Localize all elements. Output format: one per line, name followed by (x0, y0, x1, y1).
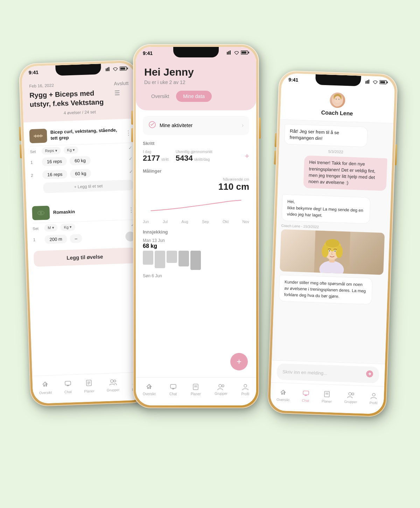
volume-up-button[interactable] (19, 127, 21, 141)
chart-label-sep: Sep (202, 220, 209, 224)
kg-dropdown[interactable]: Kg ▾ (63, 146, 78, 154)
activity-icon (148, 121, 156, 130)
tab-label-chat-1: Chat (64, 390, 72, 394)
volume-up-button-2[interactable] (131, 111, 133, 125)
groups-icon-1 (109, 379, 117, 387)
tab-overview-3[interactable]: Oversikt (276, 389, 290, 402)
svg-point-75 (372, 393, 375, 396)
measurements-value: 110 cm (218, 181, 249, 192)
tab-plans-2[interactable]: Planer (191, 383, 201, 396)
exercise-thumb-1 (29, 128, 47, 143)
workout-screen: Feb 16, 2022 Rygg + Biceps med utstyr, f… (21, 62, 146, 404)
check-2[interactable]: ✓ (129, 169, 133, 174)
check-1[interactable]: ✓ (128, 156, 133, 161)
status-time-2: 9:41 (143, 50, 153, 56)
kg-dropdown-2[interactable]: Kg ▾ (60, 223, 75, 231)
coach-name: Coach Lene (287, 108, 387, 118)
chart-label-jun: Jun (143, 220, 149, 224)
reps-dropdown[interactable]: Reps ▾ (41, 147, 61, 155)
tab-chat-1[interactable]: Chat (64, 380, 72, 394)
svg-rect-16 (43, 384, 45, 387)
close-button[interactable]: Avslutt (114, 80, 128, 86)
add-steps-button[interactable]: + (245, 152, 249, 161)
tab-label-overview-2: Oversikt (143, 392, 156, 396)
profile-greeting: Hei Jenny (144, 66, 248, 78)
volume-up-button-3[interactable] (275, 133, 277, 147)
bar-2 (155, 251, 165, 268)
profile-week: Du er i uke 2 av 12 (144, 79, 248, 85)
profile-tabs: Oversikt Mine data (144, 91, 248, 102)
tab-bar-3: Oversikt Chat Planer (270, 382, 384, 414)
plans-icon-3 (323, 390, 331, 398)
chat-screen: Coach Lene Råt! Jeg ser frem til å se fr… (270, 73, 395, 414)
notch (55, 64, 101, 76)
tab-label-profile-2: Profil (241, 392, 249, 396)
tab-groups-3[interactable]: Grupper (344, 391, 357, 403)
send-icon[interactable] (366, 370, 374, 380)
tab-bar-1: Oversikt Chat Planer (32, 372, 147, 404)
svg-rect-33 (147, 387, 149, 389)
svg-rect-43 (367, 80, 368, 84)
steps-weekly-label: Ukentlig gjennomsnitt (176, 149, 212, 154)
svg-rect-5 (127, 67, 128, 69)
steps-section: Skritt I dag 2177 stritt Ukentlig gjenno (136, 141, 256, 168)
workout-date: Feb 16, 2022 (29, 81, 114, 88)
msg-user-1: Hei trener! Takk for den nye treningspla… (282, 155, 387, 194)
chat-input-wrapper[interactable]: Skriv inn en melding... (276, 363, 379, 383)
tab-plans-1[interactable]: Planer (84, 379, 94, 393)
tab-overview-1[interactable]: Oversikt (38, 381, 52, 395)
kg-value-3[interactable]: – (70, 234, 82, 243)
bar-3 (167, 251, 177, 263)
tab-chat-3[interactable]: Chat (302, 389, 309, 402)
groups-icon-3 (347, 391, 355, 399)
tab-profile-2[interactable]: Profil (241, 383, 249, 396)
tab-groups-2[interactable]: Grupper (215, 384, 227, 396)
set-number-2: 2 (31, 172, 40, 178)
power-button-2[interactable] (259, 118, 261, 139)
reps-value-2[interactable]: 16 reps (42, 169, 68, 179)
reps-value-1[interactable]: 16 reps (42, 156, 67, 166)
volume-down-button-2[interactable] (131, 128, 133, 142)
tab-plans-3[interactable]: Planer (322, 390, 332, 403)
svg-rect-6 (34, 135, 35, 137)
volume-down-button-3[interactable] (274, 151, 276, 165)
add-exercise-button[interactable]: Legg til øvelse (34, 247, 136, 266)
tab-groups-1[interactable]: Grupper (106, 378, 120, 392)
chart-label-jul: Jul (163, 220, 168, 224)
tab-overview-p[interactable]: Oversikt (144, 91, 176, 102)
m-dropdown[interactable]: M ▾ (44, 224, 58, 231)
exercise-menu-1[interactable]: ⋮ (125, 129, 132, 137)
svg-rect-26 (227, 52, 228, 55)
steps-today: I dag 2177 stritt (143, 149, 169, 163)
tab-profile-3[interactable]: Profil (369, 392, 378, 405)
tab-chat-2[interactable]: Chat (169, 383, 177, 396)
app-scene: 9:41 Feb 16, 2022 Rygg + Biceps med utst… (18, 27, 402, 482)
measurements-title: Målinger (143, 168, 249, 174)
groups-icon-2 (217, 384, 225, 391)
steps-title: Skritt (143, 141, 249, 146)
distance-value[interactable]: 200 m (44, 234, 67, 244)
plans-icon-1 (85, 379, 93, 388)
power-button-3[interactable] (395, 144, 397, 165)
tab-mydata-p[interactable]: Mine data (176, 91, 211, 102)
msg-bubble-coach-2: Hei,Ikke bekymre deg! La meg sende deg e… (281, 194, 370, 224)
profile-screen: Hei Jenny Du er i uke 2 av 12 Oversikt M… (136, 47, 256, 405)
volume-down-button[interactable] (20, 144, 22, 158)
activity-row[interactable]: Mine aktiviteter › (143, 116, 249, 135)
add-set-button[interactable]: + Legg til et set (43, 179, 134, 193)
kg-value-2[interactable]: 60 kg (70, 169, 91, 178)
menu-icon[interactable]: ☰ (114, 89, 129, 97)
chart-labels: Jun Jul Aug Sep Okt Nov (143, 220, 249, 224)
tab-label-plans-1: Planer (84, 389, 94, 393)
fab-add-button[interactable]: + (230, 353, 248, 370)
steps-weekly-unit: skritt/dag (194, 157, 210, 161)
svg-rect-30 (241, 51, 246, 54)
chat-icon-1 (64, 380, 71, 389)
kg-value-1[interactable]: 60 kg (70, 156, 91, 165)
svg-point-39 (219, 384, 222, 387)
checkin-item-1: Man 13 Jun 68 kg (143, 238, 249, 270)
bar-4 (178, 251, 189, 266)
tab-label-groups-3: Grupper (344, 399, 357, 403)
tab-overview-2[interactable]: Oversikt (143, 383, 156, 396)
chat-messages: Råt! Jeg ser frem til å se fremgangen di… (274, 119, 393, 309)
